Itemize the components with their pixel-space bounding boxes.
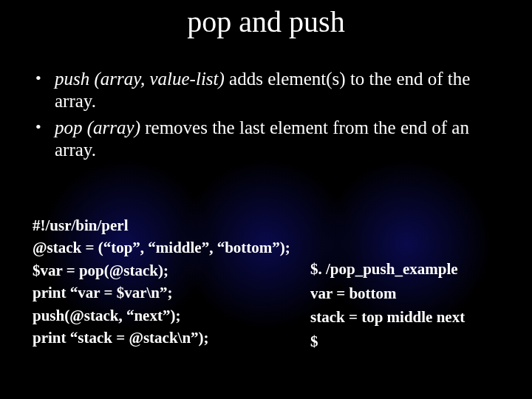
output-block-right: $. /pop_push_example var = bottom stack … <box>310 257 517 353</box>
code-line: #!/usr/bin/perl <box>33 214 299 236</box>
bullet-item: • pop (array) removes the last element f… <box>35 117 501 161</box>
bullet-func: push (array, value-list) <box>55 69 225 89</box>
bullet-text: push (array, value-list) adds element(s)… <box>55 68 501 112</box>
code-block-left: #!/usr/bin/perl @stack = (“top”, “middle… <box>33 214 299 349</box>
output-line: var = bottom <box>310 282 517 306</box>
code-line: print “var = $var\n”; <box>33 282 299 304</box>
bullet-text: pop (array) removes the last element fro… <box>55 117 501 161</box>
output-line: $ <box>310 330 517 354</box>
output-line: $. /pop_push_example <box>310 257 517 282</box>
slide: pop and push • push (array, value-list) … <box>0 0 532 399</box>
output-line: stack = top middle next <box>310 305 517 330</box>
code-line: push(@stack, “next”); <box>33 304 299 327</box>
bullet-icon: • <box>35 117 55 161</box>
code-line: $var = pop(@stack); <box>33 259 299 282</box>
slide-title: pop and push <box>0 4 532 39</box>
bullet-func: pop (array) <box>55 117 140 137</box>
bullet-icon: • <box>35 68 55 112</box>
bullet-item: • push (array, value-list) adds element(… <box>35 68 501 112</box>
code-line: print “stack = @stack\n”); <box>33 327 299 349</box>
bullet-list: • push (array, value-list) adds element(… <box>35 68 501 166</box>
code-line: @stack = (“top”, “middle”, “bottom”); <box>33 236 299 259</box>
